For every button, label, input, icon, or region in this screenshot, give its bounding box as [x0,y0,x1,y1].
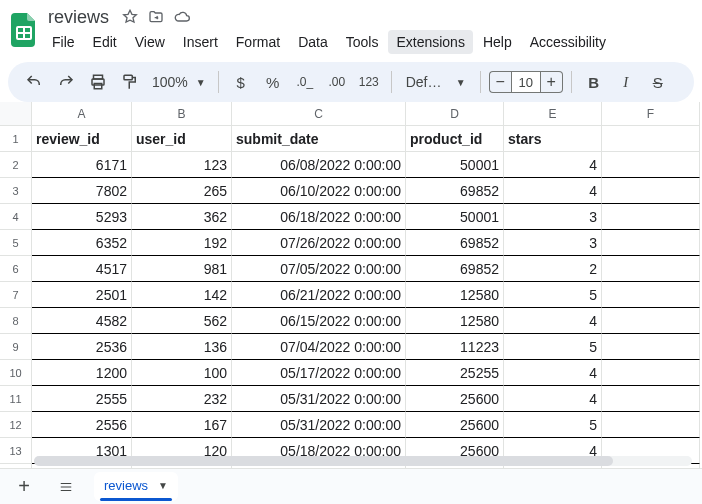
cell[interactable]: 265 [132,178,232,204]
strikethrough-button[interactable]: S [644,68,672,96]
cell[interactable]: 232 [132,386,232,412]
cell[interactable]: 06/10/2022 0:00:00 [232,178,406,204]
cell[interactable]: 3 [504,204,602,230]
select-all-corner[interactable] [0,102,32,126]
zoom-select[interactable]: 100%▼ [148,74,210,90]
horizontal-scrollbar[interactable] [34,456,692,466]
row-header[interactable]: 13 [0,438,32,464]
row-header[interactable]: 9 [0,334,32,360]
more-formats-button[interactable]: 123 [355,68,383,96]
all-sheets-button[interactable] [52,473,80,501]
cell[interactable]: 6171 [32,152,132,178]
row-header[interactable]: 3 [0,178,32,204]
cell[interactable]: 4582 [32,308,132,334]
cell[interactable]: 4 [504,386,602,412]
cell[interactable] [602,334,700,360]
cell[interactable]: 05/17/2022 0:00:00 [232,360,406,386]
cell[interactable] [602,152,700,178]
cell[interactable]: 5293 [32,204,132,230]
row-header[interactable]: 8 [0,308,32,334]
cell[interactable] [602,308,700,334]
cell[interactable]: review_id [32,126,132,152]
menu-data[interactable]: Data [290,30,336,54]
cell[interactable]: 07/04/2022 0:00:00 [232,334,406,360]
cell[interactable]: 25600 [406,386,504,412]
star-icon[interactable] [121,8,139,26]
column-header-A[interactable]: A [32,102,132,126]
doc-title[interactable]: reviews [44,6,113,29]
cell[interactable]: 06/08/2022 0:00:00 [232,152,406,178]
cell[interactable]: 05/31/2022 0:00:00 [232,412,406,438]
menu-help[interactable]: Help [475,30,520,54]
cell[interactable]: 562 [132,308,232,334]
cell[interactable]: 25255 [406,360,504,386]
cell[interactable]: 7802 [32,178,132,204]
spreadsheet-grid[interactable]: ABCDEF1review_iduser_idsubmit_dateproduc… [0,102,702,468]
cell[interactable] [602,178,700,204]
cell[interactable]: 3 [504,230,602,256]
cell[interactable]: 4 [504,308,602,334]
row-header[interactable]: 5 [0,230,32,256]
row-header[interactable]: 7 [0,282,32,308]
column-header-C[interactable]: C [232,102,406,126]
column-header-D[interactable]: D [406,102,504,126]
cell[interactable]: 06/15/2022 0:00:00 [232,308,406,334]
cell[interactable] [602,412,700,438]
menu-edit[interactable]: Edit [85,30,125,54]
cell[interactable]: 50001 [406,204,504,230]
sheets-logo-icon[interactable] [10,12,38,48]
cell[interactable]: stars [504,126,602,152]
cell[interactable]: 192 [132,230,232,256]
font-select[interactable]: Defaul…▼ [400,74,472,90]
cloud-status-icon[interactable] [173,8,191,26]
cell[interactable]: 2555 [32,386,132,412]
cell[interactable] [602,256,700,282]
currency-button[interactable]: $ [227,68,255,96]
cell[interactable] [602,282,700,308]
row-header[interactable]: 2 [0,152,32,178]
print-button[interactable] [84,68,112,96]
menu-file[interactable]: File [44,30,83,54]
italic-button[interactable]: I [612,68,640,96]
increase-decimal-button[interactable]: .00 [323,68,351,96]
cell[interactable]: 25600 [406,412,504,438]
paint-format-button[interactable] [116,68,144,96]
decrease-font-size-button[interactable]: − [489,71,511,93]
redo-button[interactable] [52,68,80,96]
cell[interactable]: 69852 [406,178,504,204]
cell[interactable]: 2536 [32,334,132,360]
cell[interactable]: 69852 [406,230,504,256]
cell[interactable]: 50001 [406,152,504,178]
cell[interactable]: 07/05/2022 0:00:00 [232,256,406,282]
cell[interactable]: 2556 [32,412,132,438]
cell[interactable]: 11223 [406,334,504,360]
decrease-decimal-button[interactable]: .0_ [291,68,319,96]
cell[interactable]: 12580 [406,282,504,308]
cell[interactable]: 142 [132,282,232,308]
row-header[interactable]: 12 [0,412,32,438]
cell[interactable]: 2 [504,256,602,282]
cell[interactable]: 362 [132,204,232,230]
cell[interactable]: 69852 [406,256,504,282]
font-size-input[interactable]: 10 [511,71,541,93]
cell[interactable] [602,204,700,230]
row-header[interactable]: 11 [0,386,32,412]
cell[interactable]: 05/31/2022 0:00:00 [232,386,406,412]
cell[interactable]: 06/21/2022 0:00:00 [232,282,406,308]
cell[interactable]: 5 [504,282,602,308]
column-header-B[interactable]: B [132,102,232,126]
cell[interactable]: 167 [132,412,232,438]
cell[interactable]: 123 [132,152,232,178]
percent-button[interactable]: % [259,68,287,96]
cell[interactable] [602,360,700,386]
cell[interactable]: 4 [504,178,602,204]
cell[interactable]: 4 [504,360,602,386]
menu-format[interactable]: Format [228,30,288,54]
cell[interactable] [602,386,700,412]
menu-tools[interactable]: Tools [338,30,387,54]
row-header[interactable]: 10 [0,360,32,386]
cell[interactable]: 07/26/2022 0:00:00 [232,230,406,256]
cell[interactable]: 5 [504,334,602,360]
row-header[interactable]: 6 [0,256,32,282]
add-sheet-button[interactable]: + [10,473,38,501]
